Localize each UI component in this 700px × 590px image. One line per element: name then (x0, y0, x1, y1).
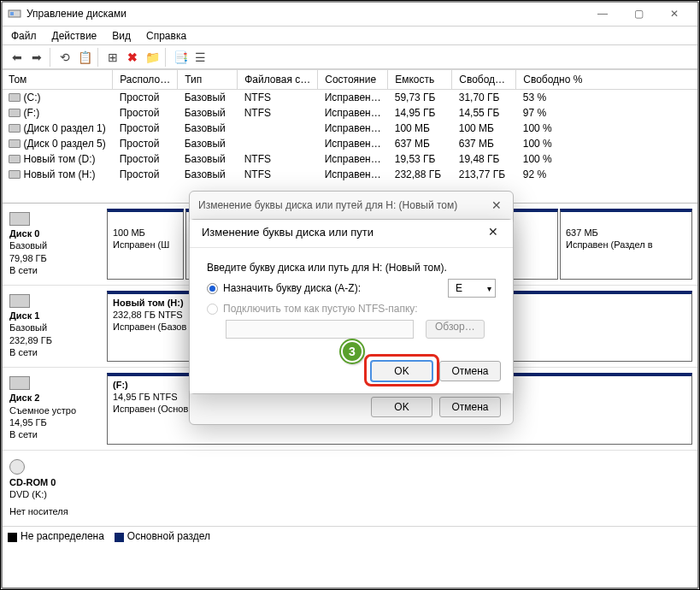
disk-name: CD-ROM 0 (9, 476, 100, 488)
disk-status: В сети (9, 428, 100, 440)
refresh-icon[interactable]: ⟲ (56, 48, 74, 67)
col-layout[interactable]: Располо… (113, 70, 178, 90)
explore-icon[interactable]: 📁 (143, 48, 162, 67)
volume-table[interactable]: Том Располо… Тип Файловая с… Состояние Е… (1, 69, 699, 182)
vol-name: (C:) (24, 91, 41, 103)
menu-view[interactable]: Вид (105, 28, 138, 43)
col-volume[interactable]: Том (2, 70, 113, 90)
ok-button[interactable]: OK (371, 397, 432, 417)
menu-action[interactable]: Действие (45, 28, 104, 43)
cell: Простой (113, 167, 178, 182)
radio-assign-label: Назначить букву диска (A-Z): (223, 282, 361, 294)
disk-size: 79,98 ГБ (9, 252, 100, 264)
table-row[interactable]: (F:)ПростойБазовыйNTFSИсправен…14,95 ГБ1… (2, 105, 699, 121)
radio-mount-folder (207, 304, 218, 315)
app-icon (8, 7, 21, 21)
cell: 637 МБ (452, 136, 516, 151)
part-size: 100 МБ (113, 227, 178, 239)
properties-icon[interactable]: 📋 (75, 48, 94, 67)
disk-row-cd[interactable]: CD-ROM 0 DVD (K:) Нет носителя (1, 451, 699, 527)
cell: 97 % (516, 105, 699, 121)
disk-type: Базовый (9, 239, 100, 251)
col-free[interactable]: Свобод… (452, 70, 516, 90)
mount-path-input (226, 320, 414, 339)
view-icon[interactable]: ⊞ (103, 48, 122, 67)
disk-name: Диск 2 (9, 392, 100, 404)
browse-button: Обзор… (426, 320, 485, 339)
disk-icon (9, 212, 30, 226)
disk-size: 232,89 ГБ (9, 334, 100, 346)
table-row[interactable]: Новый том (D:)ПростойБазовыйNTFSИсправен… (2, 151, 699, 167)
cancel-button[interactable]: Отмена (439, 361, 501, 381)
list-icon[interactable]: ☰ (191, 48, 209, 67)
svg-rect-1 (10, 12, 14, 15)
cell: Простой (113, 136, 178, 151)
col-fs[interactable]: Файловая с… (238, 70, 318, 90)
cell: 59,73 ГБ (388, 90, 452, 106)
dialog-title: Изменение буквы диска или путей для H: (… (198, 199, 489, 211)
close-icon[interactable]: ✕ (489, 198, 504, 212)
part-status: Исправен (Ш (113, 239, 178, 251)
disk-status: В сети (9, 264, 100, 276)
partition[interactable]: 637 МБ Исправен (Раздел в (560, 209, 692, 280)
cd-icon (9, 459, 25, 475)
cancel-button[interactable]: Отмена (439, 397, 501, 417)
cell: 100 % (516, 151, 699, 167)
toolbar: ⬅ ➡ ⟲ 📋 ⊞ ✖ 📁 📑 ☰ (1, 45, 699, 69)
table-row[interactable]: (Диск 0 раздел 1)ПростойБазовыйИсправен…… (2, 121, 699, 136)
cell: 100 МБ (452, 121, 516, 136)
drive-letter-select[interactable]: E ▾ (448, 279, 496, 298)
disk-status: В сети (9, 346, 100, 358)
col-freepct[interactable]: Свободно % (516, 70, 699, 90)
vol-name: (Диск 0 раздел 1) (24, 122, 106, 134)
title-bar: Управление дисками — ▢ ✕ (1, 1, 699, 27)
vol-name: Новый том (D:) (24, 153, 96, 165)
chevron-down-icon: ▾ (487, 284, 491, 293)
part-status: Исправен (Раздел в (566, 239, 686, 251)
help-icon[interactable]: 📑 (171, 48, 190, 67)
radio-mount-label: Подключить том как пустую NTFS-папку: (223, 303, 418, 315)
disk-size: 14,95 ГБ (9, 416, 100, 428)
cell (238, 121, 318, 136)
disk-icon (9, 376, 30, 390)
table-row[interactable]: (C:)ПростойБазовыйNTFSИсправен…59,73 ГБ3… (2, 90, 699, 106)
cell: Исправен… (318, 136, 388, 151)
table-row[interactable]: Новый том (H:)ПростойБазовыйNTFSИсправен… (2, 167, 699, 182)
col-status[interactable]: Состояние (318, 70, 388, 90)
volume-icon (9, 139, 21, 148)
volume-icon (9, 124, 21, 133)
menu-help[interactable]: Справка (139, 28, 193, 43)
back-icon[interactable]: ⬅ (8, 48, 26, 67)
cell: 14,95 ГБ (388, 105, 452, 121)
disk-type: Съемное устро (9, 404, 100, 416)
cell: 19,53 ГБ (388, 151, 452, 167)
disk-name: Диск 0 (9, 227, 100, 239)
table-row[interactable]: (Диск 0 раздел 5)ПростойБазовыйИсправен…… (2, 136, 699, 151)
close-button[interactable]: ✕ (656, 2, 692, 26)
disk-type: Базовый (9, 322, 100, 333)
step-badge: 3 (341, 340, 363, 363)
radio-assign-letter[interactable] (207, 283, 218, 294)
ok-button[interactable]: OK (371, 361, 432, 381)
minimize-button[interactable]: — (585, 2, 621, 26)
menu-file[interactable]: Файл (4, 28, 44, 43)
drive-letter-value: E (456, 282, 462, 294)
cell: Исправен… (318, 151, 388, 167)
maximize-button[interactable]: ▢ (621, 2, 656, 26)
cell: 14,55 ГБ (452, 105, 516, 121)
cell: Исправен… (318, 167, 388, 182)
part-size: 637 МБ (566, 227, 686, 239)
col-capacity[interactable]: Емкость (388, 70, 452, 90)
cell: Простой (113, 105, 178, 121)
cell: Базовый (178, 121, 238, 136)
close-icon[interactable]: ✕ (485, 225, 501, 239)
delete-icon[interactable]: ✖ (123, 48, 142, 67)
cell: 100 МБ (388, 121, 452, 136)
volume-icon (9, 93, 21, 102)
partition[interactable]: 100 МБ Исправен (Ш (107, 209, 184, 280)
cell: 637 МБ (388, 136, 452, 151)
legend: Не распределена Основной раздел (1, 526, 699, 546)
cell (238, 136, 318, 151)
forward-icon[interactable]: ➡ (27, 48, 46, 67)
col-type[interactable]: Тип (178, 70, 238, 90)
